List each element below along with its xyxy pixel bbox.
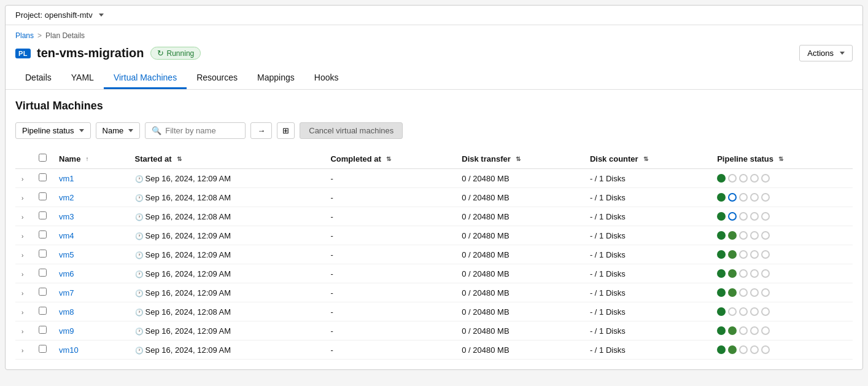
vm-name[interactable]: vm2 bbox=[59, 193, 74, 202]
expand-icon[interactable]: › bbox=[21, 233, 23, 240]
pipeline-circle-0 bbox=[717, 345, 726, 354]
expand-icon[interactable]: › bbox=[21, 176, 23, 183]
tab-yaml[interactable]: YAML bbox=[61, 68, 104, 89]
project-bar: Project: openshift-mtv bbox=[6, 6, 862, 25]
row-disk-transfer-cell: 0 / 20480 MB bbox=[455, 226, 584, 245]
pipeline-circle-4 bbox=[761, 269, 770, 278]
th-pipeline-status[interactable]: Pipeline status ⇅ bbox=[711, 149, 853, 169]
pipeline-circle-0 bbox=[717, 307, 726, 316]
started-at-value: Sep 16, 2024, 12:08 AM bbox=[145, 307, 231, 317]
expand-icon[interactable]: › bbox=[21, 214, 23, 221]
row-disk-counter-cell: - / 1 Disks bbox=[584, 264, 711, 283]
row-started-cell: 🕐Sep 16, 2024, 12:09 AM bbox=[129, 264, 325, 283]
completed-at-value: - bbox=[330, 212, 333, 221]
header-section: Plans > Plan Details PL ten-vms-migratio… bbox=[6, 25, 862, 90]
disk-counter-value: - / 1 Disks bbox=[590, 326, 626, 336]
row-checkbox[interactable] bbox=[39, 211, 47, 219]
tab-virtual-machines[interactable]: Virtual Machines bbox=[104, 68, 187, 89]
row-checkbox-cell bbox=[33, 245, 53, 264]
completed-sort-icon[interactable]: ⇅ bbox=[386, 156, 391, 162]
tab-resources[interactable]: Resources bbox=[187, 68, 247, 89]
tab-details[interactable]: Details bbox=[15, 68, 61, 89]
search-input[interactable] bbox=[165, 126, 239, 135]
row-disk-counter-cell: - / 1 Disks bbox=[584, 245, 711, 264]
content-area: Virtual Machines Pipeline status Name 🔍 … bbox=[6, 90, 862, 369]
project-dropdown-icon[interactable] bbox=[99, 14, 104, 17]
pipeline-circle-1 bbox=[728, 345, 737, 354]
name-sort-icon[interactable]: ↑ bbox=[85, 156, 88, 162]
cancel-label: Cancel virtual machines bbox=[309, 126, 393, 135]
row-disk-transfer-cell: 0 / 20480 MB bbox=[455, 321, 584, 341]
th-disk-counter[interactable]: Disk counter ⇅ bbox=[584, 149, 711, 169]
tab-hooks[interactable]: Hooks bbox=[304, 68, 349, 89]
expand-icon[interactable]: › bbox=[21, 195, 23, 202]
pipeline-circle-4 bbox=[761, 231, 770, 240]
pipeline-status-filter[interactable]: Pipeline status bbox=[15, 122, 91, 139]
expand-icon[interactable]: › bbox=[21, 252, 23, 259]
disk-transfer-value: 0 / 20480 MB bbox=[462, 250, 509, 259]
expand-icon[interactable]: › bbox=[21, 309, 23, 316]
row-checkbox[interactable] bbox=[39, 307, 47, 315]
row-checkbox[interactable] bbox=[39, 230, 47, 238]
row-started-cell: 🕐Sep 16, 2024, 12:08 AM bbox=[129, 188, 325, 207]
pipeline-circle-4 bbox=[761, 288, 770, 297]
vm-name[interactable]: vm1 bbox=[59, 174, 74, 183]
disk-transfer-value: 0 / 20480 MB bbox=[462, 288, 509, 297]
pipeline-circle-4 bbox=[761, 193, 770, 202]
row-expand-cell: › bbox=[15, 169, 33, 188]
row-checkbox[interactable] bbox=[39, 269, 47, 277]
row-checkbox-cell bbox=[33, 207, 53, 226]
disk-counter-sort-icon[interactable]: ⇅ bbox=[643, 156, 648, 162]
th-name[interactable]: Name ↑ bbox=[53, 149, 129, 169]
row-checkbox[interactable] bbox=[39, 288, 47, 296]
th-started-at[interactable]: Started at ⇅ bbox=[129, 149, 325, 169]
vm-name[interactable]: vm3 bbox=[59, 212, 74, 221]
row-started-cell: 🕐Sep 16, 2024, 12:09 AM bbox=[129, 321, 325, 341]
disk-transfer-value: 0 / 20480 MB bbox=[462, 231, 509, 240]
pipeline-circle-2 bbox=[739, 212, 748, 221]
name-filter[interactable]: Name bbox=[96, 122, 141, 139]
row-disk-transfer-cell: 0 / 20480 MB bbox=[455, 245, 584, 264]
disk-transfer-sort-icon[interactable]: ⇅ bbox=[516, 156, 521, 162]
disk-transfer-value: 0 / 20480 MB bbox=[462, 174, 509, 183]
disk-counter-value: - / 1 Disks bbox=[590, 174, 626, 183]
started-sort-icon[interactable]: ⇅ bbox=[177, 156, 182, 162]
row-checkbox[interactable] bbox=[39, 345, 47, 353]
disk-transfer-value: 0 / 20480 MB bbox=[462, 269, 509, 278]
row-checkbox[interactable] bbox=[39, 173, 47, 181]
search-submit-button[interactable]: → bbox=[250, 122, 272, 139]
plan-status-label: Running bbox=[167, 49, 195, 58]
disk-counter-value: - / 1 Disks bbox=[590, 288, 626, 297]
expand-icon[interactable]: › bbox=[21, 290, 23, 297]
vm-name[interactable]: vm7 bbox=[59, 288, 74, 297]
tab-mappings[interactable]: Mappings bbox=[247, 68, 304, 89]
row-started-cell: 🕐Sep 16, 2024, 12:08 AM bbox=[129, 302, 325, 321]
row-checkbox[interactable] bbox=[39, 326, 47, 334]
vm-name[interactable]: vm8 bbox=[59, 307, 74, 317]
pipeline-circle-3 bbox=[750, 212, 759, 221]
expand-icon[interactable]: › bbox=[21, 347, 23, 354]
vm-name[interactable]: vm10 bbox=[59, 345, 79, 355]
vm-name[interactable]: vm4 bbox=[59, 231, 74, 240]
row-name-cell: vm8 bbox=[53, 302, 129, 321]
pipeline-circle-0 bbox=[717, 231, 726, 240]
vm-name[interactable]: vm9 bbox=[59, 326, 74, 336]
pipeline-sort-icon[interactable]: ⇅ bbox=[778, 156, 783, 162]
select-all-checkbox[interactable] bbox=[39, 154, 47, 162]
breadcrumb-plans[interactable]: Plans bbox=[15, 31, 34, 40]
cancel-virtual-machines-button[interactable]: Cancel virtual machines bbox=[300, 122, 403, 139]
pipeline-circle-3 bbox=[750, 288, 759, 297]
vm-name[interactable]: vm6 bbox=[59, 269, 74, 278]
pipeline-circle-1 bbox=[728, 250, 737, 259]
vm-name[interactable]: vm5 bbox=[59, 250, 74, 259]
plan-header: PL ten-vms-migration ↻ Running Actions bbox=[15, 45, 853, 61]
th-expand bbox=[15, 149, 33, 169]
th-disk-transfer[interactable]: Disk transfer ⇅ bbox=[455, 149, 584, 169]
expand-icon[interactable]: › bbox=[21, 328, 23, 335]
row-checkbox[interactable] bbox=[39, 192, 47, 200]
expand-icon[interactable]: › bbox=[21, 271, 23, 278]
row-checkbox[interactable] bbox=[39, 250, 47, 258]
th-completed-at[interactable]: Completed at ⇅ bbox=[324, 149, 455, 169]
grid-view-button[interactable]: ⊞ bbox=[277, 122, 295, 139]
actions-button[interactable]: Actions bbox=[799, 45, 853, 61]
